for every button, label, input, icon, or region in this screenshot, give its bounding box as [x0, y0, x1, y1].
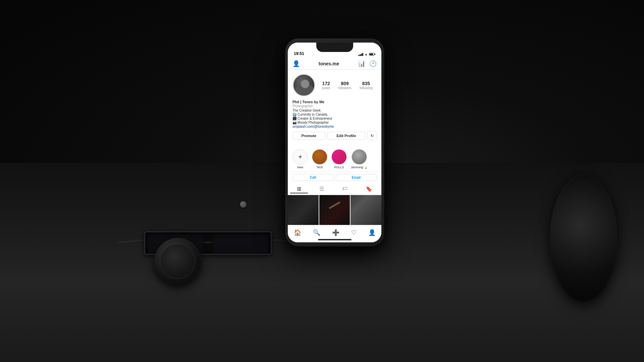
bio-line-2: 🌍 Currently in Canada: [292, 113, 377, 116]
highlight-tech-label: Tech: [316, 166, 323, 169]
profile-nav-icon[interactable]: 👤: [368, 229, 376, 236]
highlight-tech-circle: [312, 149, 327, 165]
profile-avatar[interactable]: [292, 74, 315, 97]
bio-link[interactable]: unsplash.com/@tonesbyme: [292, 125, 377, 128]
add-nav-icon[interactable]: ➕: [332, 229, 339, 236]
insights-icon[interactable]: 📊: [358, 60, 365, 67]
highlight-jamming[interactable]: Jamming 🍃: [351, 149, 368, 169]
bio-role: Photographer: [292, 104, 377, 108]
following-stat[interactable]: 835 following: [360, 81, 373, 90]
profile-action-buttons: Promote Edit Profile ↻: [292, 131, 377, 140]
bio-line-4: 📷 Moody Photographer: [292, 121, 377, 124]
phone-screen: 19:51 ▲: [288, 43, 381, 242]
saved-view-tab[interactable]: 🔖: [359, 185, 379, 193]
home-nav-icon[interactable]: 🏠: [294, 229, 301, 236]
bio-line-3: ⬛ Creator & Entrepreneur: [292, 117, 377, 120]
grid-photo-1[interactable]: [288, 195, 319, 226]
highlight-new[interactable]: + New: [292, 149, 308, 169]
table-button-prop: [240, 201, 247, 208]
add-person-icon[interactable]: 👤: [292, 60, 300, 67]
following-count: 835: [360, 81, 373, 86]
list-view-tab[interactable]: ☰: [313, 185, 331, 193]
status-icons: ▲: [358, 53, 375, 56]
followers-stat[interactable]: 809 followers: [338, 81, 351, 90]
highlight-new-label: New: [297, 166, 303, 169]
heart-nav-icon[interactable]: ♡: [351, 229, 357, 236]
highlight-tech[interactable]: Tech: [312, 149, 327, 169]
suggestions-button[interactable]: ↻: [367, 131, 377, 140]
followers-count: 809: [338, 81, 351, 86]
highlight-jamming-label: Jamming 🍃: [351, 166, 368, 169]
view-tabs: ⊞ ☰ 🏷 🔖: [288, 183, 381, 195]
lens-cap-prop: [154, 238, 201, 285]
signal-icon: [358, 53, 363, 56]
call-button[interactable]: Call: [292, 174, 334, 181]
email-button[interactable]: Email: [336, 174, 377, 181]
followers-label: followers: [338, 86, 351, 90]
contact-buttons: Call Email: [288, 172, 381, 183]
profile-section: 172 posts 809 followers 835 following: [288, 70, 381, 146]
posts-label: posts: [322, 86, 330, 90]
phone-device: 19:51 ▲: [285, 39, 384, 246]
bio-section: Phil | Tones by Me Photographer The Crea…: [292, 100, 377, 131]
phone-shell: 19:51 ▲: [285, 39, 384, 246]
app-header: 👤 tones.me 📊 🕐: [288, 57, 381, 70]
edit-profile-button[interactable]: Edit Profile: [327, 132, 365, 140]
grid-photo-2[interactable]: [319, 195, 350, 226]
highlight-new-circle: +: [292, 149, 308, 165]
highlight-polls-circle: [331, 149, 347, 165]
profile-top: 172 posts 809 followers 835 following: [292, 74, 377, 97]
grid-view-tab[interactable]: ⊞: [290, 185, 308, 193]
archive-icon[interactable]: 🕐: [369, 60, 377, 67]
bio-name: Phil | Tones by Me: [292, 100, 377, 104]
highlight-polls-label: POLLS: [334, 166, 344, 169]
profile-stats: 172 posts 809 followers 835 following: [315, 81, 377, 90]
background-scene: 19:51 ▲: [0, 0, 644, 362]
bio-line-1: The Creative Geek: [292, 109, 377, 112]
notch: [316, 43, 353, 52]
home-indicator: [318, 239, 352, 240]
battery-icon: [369, 53, 375, 56]
instagram-app: 👤 tones.me 📊 🕐: [288, 57, 381, 242]
tagged-view-tab[interactable]: 🏷: [335, 185, 354, 193]
camera-lens-prop: [550, 174, 617, 302]
following-label: following: [360, 86, 373, 90]
header-action-icons: 📊 🕐: [358, 60, 377, 67]
highlight-polls[interactable]: POLLS: [331, 149, 347, 169]
search-nav-icon[interactable]: 🔍: [313, 229, 320, 236]
status-time: 19:51: [294, 51, 304, 56]
grid-photo-3[interactable]: [351, 195, 381, 226]
posts-count: 172: [322, 81, 330, 86]
glasses-prop: [117, 225, 302, 265]
posts-stat[interactable]: 172 posts: [322, 81, 330, 90]
highlight-jamming-circle: [352, 149, 367, 165]
wifi-icon: ▲: [365, 53, 368, 56]
promote-button[interactable]: Promote: [292, 132, 325, 140]
story-highlights: + New Tech POLLS Jamm: [288, 146, 381, 172]
profile-username: tones.me: [319, 61, 339, 66]
